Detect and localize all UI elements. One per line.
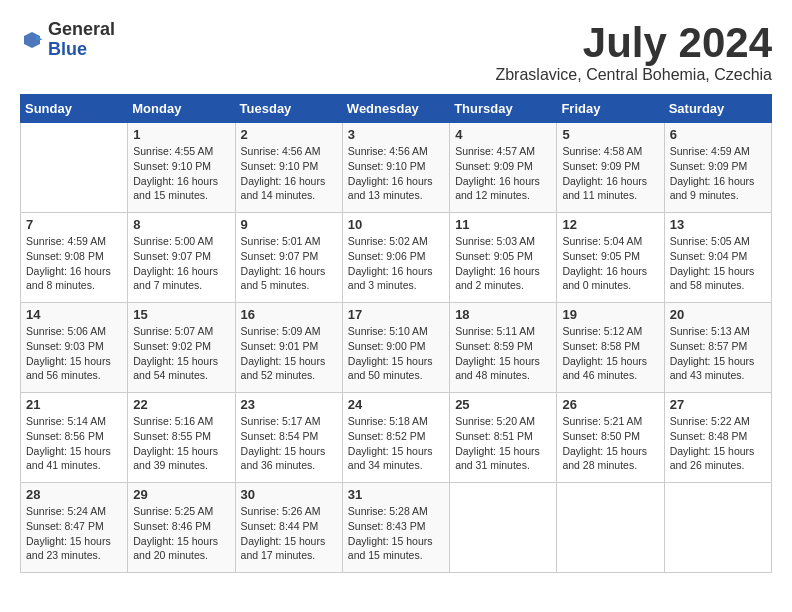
calendar-cell: 3Sunrise: 4:56 AM Sunset: 9:10 PM Daylig… xyxy=(342,123,449,213)
calendar-cell: 10Sunrise: 5:02 AM Sunset: 9:06 PM Dayli… xyxy=(342,213,449,303)
calendar-cell: 12Sunrise: 5:04 AM Sunset: 9:05 PM Dayli… xyxy=(557,213,664,303)
day-number: 7 xyxy=(26,217,122,232)
day-number: 5 xyxy=(562,127,658,142)
calendar-cell: 7Sunrise: 4:59 AM Sunset: 9:08 PM Daylig… xyxy=(21,213,128,303)
day-number: 28 xyxy=(26,487,122,502)
day-info: Sunrise: 5:24 AM Sunset: 8:47 PM Dayligh… xyxy=(26,504,122,563)
calendar-cell: 30Sunrise: 5:26 AM Sunset: 8:44 PM Dayli… xyxy=(235,483,342,573)
page-header: General Blue July 2024 Zbraslavice, Cent… xyxy=(20,20,772,84)
calendar-cell: 6Sunrise: 4:59 AM Sunset: 9:09 PM Daylig… xyxy=(664,123,771,213)
calendar-cell: 2Sunrise: 4:56 AM Sunset: 9:10 PM Daylig… xyxy=(235,123,342,213)
calendar-cell: 14Sunrise: 5:06 AM Sunset: 9:03 PM Dayli… xyxy=(21,303,128,393)
day-number: 16 xyxy=(241,307,337,322)
calendar-cell: 31Sunrise: 5:28 AM Sunset: 8:43 PM Dayli… xyxy=(342,483,449,573)
day-info: Sunrise: 4:59 AM Sunset: 9:09 PM Dayligh… xyxy=(670,144,766,203)
day-info: Sunrise: 5:09 AM Sunset: 9:01 PM Dayligh… xyxy=(241,324,337,383)
calendar-cell: 27Sunrise: 5:22 AM Sunset: 8:48 PM Dayli… xyxy=(664,393,771,483)
day-number: 22 xyxy=(133,397,229,412)
day-number: 19 xyxy=(562,307,658,322)
location-subtitle: Zbraslavice, Central Bohemia, Czechia xyxy=(495,66,772,84)
day-number: 18 xyxy=(455,307,551,322)
day-info: Sunrise: 5:26 AM Sunset: 8:44 PM Dayligh… xyxy=(241,504,337,563)
calendar-cell: 16Sunrise: 5:09 AM Sunset: 9:01 PM Dayli… xyxy=(235,303,342,393)
day-number: 31 xyxy=(348,487,444,502)
day-number: 6 xyxy=(670,127,766,142)
day-info: Sunrise: 5:14 AM Sunset: 8:56 PM Dayligh… xyxy=(26,414,122,473)
day-info: Sunrise: 5:05 AM Sunset: 9:04 PM Dayligh… xyxy=(670,234,766,293)
day-number: 25 xyxy=(455,397,551,412)
calendar-cell: 8Sunrise: 5:00 AM Sunset: 9:07 PM Daylig… xyxy=(128,213,235,303)
title-block: July 2024 Zbraslavice, Central Bohemia, … xyxy=(495,20,772,84)
calendar-cell: 19Sunrise: 5:12 AM Sunset: 8:58 PM Dayli… xyxy=(557,303,664,393)
calendar-cell: 20Sunrise: 5:13 AM Sunset: 8:57 PM Dayli… xyxy=(664,303,771,393)
month-title: July 2024 xyxy=(495,20,772,66)
day-info: Sunrise: 5:12 AM Sunset: 8:58 PM Dayligh… xyxy=(562,324,658,383)
calendar-cell: 25Sunrise: 5:20 AM Sunset: 8:51 PM Dayli… xyxy=(450,393,557,483)
day-number: 20 xyxy=(670,307,766,322)
day-info: Sunrise: 5:20 AM Sunset: 8:51 PM Dayligh… xyxy=(455,414,551,473)
calendar-cell: 21Sunrise: 5:14 AM Sunset: 8:56 PM Dayli… xyxy=(21,393,128,483)
calendar-cell: 5Sunrise: 4:58 AM Sunset: 9:09 PM Daylig… xyxy=(557,123,664,213)
day-info: Sunrise: 5:02 AM Sunset: 9:06 PM Dayligh… xyxy=(348,234,444,293)
weekday-header-monday: Monday xyxy=(128,95,235,123)
logo-text: General Blue xyxy=(48,20,115,60)
calendar-cell: 15Sunrise: 5:07 AM Sunset: 9:02 PM Dayli… xyxy=(128,303,235,393)
day-info: Sunrise: 5:17 AM Sunset: 8:54 PM Dayligh… xyxy=(241,414,337,473)
day-info: Sunrise: 4:58 AM Sunset: 9:09 PM Dayligh… xyxy=(562,144,658,203)
day-info: Sunrise: 5:04 AM Sunset: 9:05 PM Dayligh… xyxy=(562,234,658,293)
day-info: Sunrise: 5:06 AM Sunset: 9:03 PM Dayligh… xyxy=(26,324,122,383)
calendar-cell xyxy=(664,483,771,573)
calendar-cell: 9Sunrise: 5:01 AM Sunset: 9:07 PM Daylig… xyxy=(235,213,342,303)
weekday-header-thursday: Thursday xyxy=(450,95,557,123)
day-info: Sunrise: 5:07 AM Sunset: 9:02 PM Dayligh… xyxy=(133,324,229,383)
day-number: 14 xyxy=(26,307,122,322)
calendar-cell: 28Sunrise: 5:24 AM Sunset: 8:47 PM Dayli… xyxy=(21,483,128,573)
day-number: 17 xyxy=(348,307,444,322)
logo: General Blue xyxy=(20,20,115,60)
day-info: Sunrise: 5:18 AM Sunset: 8:52 PM Dayligh… xyxy=(348,414,444,473)
calendar-cell: 18Sunrise: 5:11 AM Sunset: 8:59 PM Dayli… xyxy=(450,303,557,393)
day-info: Sunrise: 5:25 AM Sunset: 8:46 PM Dayligh… xyxy=(133,504,229,563)
calendar-cell xyxy=(21,123,128,213)
day-info: Sunrise: 5:28 AM Sunset: 8:43 PM Dayligh… xyxy=(348,504,444,563)
calendar-cell: 1Sunrise: 4:55 AM Sunset: 9:10 PM Daylig… xyxy=(128,123,235,213)
day-number: 11 xyxy=(455,217,551,232)
calendar-week-4: 21Sunrise: 5:14 AM Sunset: 8:56 PM Dayli… xyxy=(21,393,772,483)
day-number: 26 xyxy=(562,397,658,412)
calendar-body: 1Sunrise: 4:55 AM Sunset: 9:10 PM Daylig… xyxy=(21,123,772,573)
calendar-cell: 24Sunrise: 5:18 AM Sunset: 8:52 PM Dayli… xyxy=(342,393,449,483)
logo-icon xyxy=(20,28,44,52)
day-number: 24 xyxy=(348,397,444,412)
day-info: Sunrise: 5:01 AM Sunset: 9:07 PM Dayligh… xyxy=(241,234,337,293)
day-info: Sunrise: 4:57 AM Sunset: 9:09 PM Dayligh… xyxy=(455,144,551,203)
weekday-header-saturday: Saturday xyxy=(664,95,771,123)
calendar-week-1: 1Sunrise: 4:55 AM Sunset: 9:10 PM Daylig… xyxy=(21,123,772,213)
calendar-cell: 26Sunrise: 5:21 AM Sunset: 8:50 PM Dayli… xyxy=(557,393,664,483)
calendar-cell: 13Sunrise: 5:05 AM Sunset: 9:04 PM Dayli… xyxy=(664,213,771,303)
logo-blue: Blue xyxy=(48,40,115,60)
calendar-cell: 11Sunrise: 5:03 AM Sunset: 9:05 PM Dayli… xyxy=(450,213,557,303)
calendar-week-2: 7Sunrise: 4:59 AM Sunset: 9:08 PM Daylig… xyxy=(21,213,772,303)
day-number: 1 xyxy=(133,127,229,142)
day-number: 2 xyxy=(241,127,337,142)
day-info: Sunrise: 5:16 AM Sunset: 8:55 PM Dayligh… xyxy=(133,414,229,473)
day-number: 29 xyxy=(133,487,229,502)
calendar-cell: 17Sunrise: 5:10 AM Sunset: 9:00 PM Dayli… xyxy=(342,303,449,393)
weekday-header-tuesday: Tuesday xyxy=(235,95,342,123)
weekday-header-wednesday: Wednesday xyxy=(342,95,449,123)
calendar-cell: 4Sunrise: 4:57 AM Sunset: 9:09 PM Daylig… xyxy=(450,123,557,213)
day-number: 12 xyxy=(562,217,658,232)
calendar-week-5: 28Sunrise: 5:24 AM Sunset: 8:47 PM Dayli… xyxy=(21,483,772,573)
day-number: 21 xyxy=(26,397,122,412)
day-number: 30 xyxy=(241,487,337,502)
day-number: 8 xyxy=(133,217,229,232)
weekday-header-friday: Friday xyxy=(557,95,664,123)
day-info: Sunrise: 5:11 AM Sunset: 8:59 PM Dayligh… xyxy=(455,324,551,383)
day-number: 27 xyxy=(670,397,766,412)
calendar-cell: 23Sunrise: 5:17 AM Sunset: 8:54 PM Dayli… xyxy=(235,393,342,483)
day-info: Sunrise: 4:56 AM Sunset: 9:10 PM Dayligh… xyxy=(348,144,444,203)
day-number: 23 xyxy=(241,397,337,412)
calendar-cell xyxy=(557,483,664,573)
weekday-header-row: SundayMondayTuesdayWednesdayThursdayFrid… xyxy=(21,95,772,123)
calendar-header: SundayMondayTuesdayWednesdayThursdayFrid… xyxy=(21,95,772,123)
